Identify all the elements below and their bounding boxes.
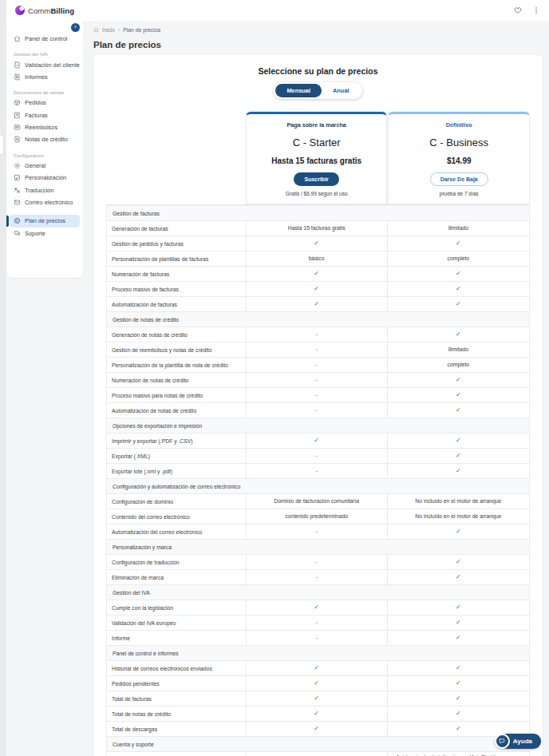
home-icon [14, 35, 21, 42]
home-icon [93, 27, 99, 33]
business-value: completo [388, 358, 529, 372]
table-row: Generación de notas de crédito-✓ [107, 327, 529, 342]
sidebar-item-correo-electrónico[interactable]: Correo electrónico [10, 196, 80, 208]
table-row: Automatización del correo electrónico-✓ [107, 524, 529, 539]
feature-label: Proceso masivo de facturas [107, 282, 247, 296]
subscribe-button[interactable]: Suscribir [294, 172, 338, 186]
check-icon: ✓ [456, 269, 461, 278]
favorite-heart-icon[interactable] [514, 6, 522, 14]
table-row: Total de notas de crédito✓✓ [107, 706, 529, 721]
sidebar-item-label: Plan de precios [25, 217, 65, 224]
feature-label: Historial de correos electrónicos enviad… [107, 661, 247, 675]
plan-cards-row: Paga sobre la marcha C - Starter Hasta 1… [106, 112, 530, 204]
table-row: Eliminación de marca-✓ [107, 569, 529, 584]
sidebar-item-pedidos[interactable]: Pedidos [10, 97, 80, 109]
page-title: Plan de precios [93, 40, 549, 49]
kebab-menu-icon[interactable] [532, 6, 540, 14]
starter-value: ✓ [247, 600, 388, 615]
sidebar-item-facturas[interactable]: Facturas [10, 109, 80, 121]
chat-bubble-icon [495, 734, 510, 749]
sidebar-item-plan-de-precios[interactable]: Plan de precios [10, 215, 80, 227]
table-section-header: Gestión del IVA [107, 584, 529, 600]
feature-label: Exportar lote (.xml y .pdf) [107, 464, 247, 478]
doc-check-icon [14, 61, 21, 69]
feature-label: Automatización de facturas [107, 297, 247, 311]
dash-value: - [316, 331, 318, 338]
business-value: ✓ [388, 388, 529, 402]
business-value: No incluido en el motor de arranque [388, 509, 529, 524]
sidebar-item-general[interactable]: General [10, 160, 80, 172]
customize-icon [14, 174, 21, 181]
starter-value: ✓ [247, 433, 388, 448]
table-row: Total de facturas✓✓ [107, 691, 529, 706]
sidebar-item-label: Correo electrónico [25, 199, 73, 206]
starter-value: Formulario de soporte [247, 752, 388, 756]
table-row: Validación del IVA europeo-✓ [107, 615, 529, 630]
sidebar-item-informes[interactable]: Informes [10, 71, 80, 83]
starter-value: - [247, 388, 388, 402]
starter-value: ✓ [247, 267, 388, 281]
business-value: ✓ [388, 327, 529, 342]
breadcrumb-current: Plan de precios [123, 27, 160, 33]
table-row: Contenido del correo electrónicocontenid… [107, 509, 529, 524]
toggle-mensual[interactable]: Mensual [275, 84, 322, 97]
sidebar-item-label: Traducción [25, 187, 53, 194]
check-icon: ✓ [456, 618, 461, 627]
business-value: ✓ [388, 676, 529, 691]
check-icon: ✓ [314, 679, 319, 687]
pricing-heading: Seleccione su plan de precios [106, 66, 530, 76]
business-value: ✓ [388, 403, 529, 418]
plan-card-starter: Paga sobre la marcha C - Starter Hasta 1… [246, 112, 388, 204]
table-row: Generación de facturasHasta 15 facturas … [107, 220, 529, 236]
business-value: No incluido en el motor de arranque [388, 494, 529, 509]
dash-value: - [316, 573, 318, 581]
sidebar-item-personalización[interactable]: Personalización [10, 172, 80, 184]
check-icon: ✓ [456, 527, 461, 536]
breadcrumb: Inicio › Plan de precios [83, 21, 549, 33]
translate-icon [14, 187, 21, 194]
table-row: Numeración de notas de crédito-✓ [107, 372, 529, 387]
sidebar-section-label: Configuración [14, 152, 76, 158]
business-value: ✓ [388, 282, 529, 296]
logo-icon [15, 6, 25, 15]
app-logo[interactable]: CommBilling [15, 6, 74, 15]
table-section-header: Cuenta y soporte [107, 736, 529, 751]
unsubscribe-button[interactable]: Darse De Baja [430, 172, 488, 186]
sidebar-section-label: Documentos de ventas [14, 89, 76, 95]
check-icon: ✓ [456, 633, 461, 642]
toggle-anual[interactable]: Anual [322, 84, 361, 97]
business-value: ✓ [388, 615, 529, 630]
sidebar-item-validación-del-cliente[interactable]: Validación del cliente [10, 58, 80, 70]
report-icon [14, 73, 21, 81]
help-button[interactable]: Ayuda [495, 734, 541, 749]
sidebar-item-traducción[interactable]: Traducción [10, 184, 80, 196]
feature-label: Configuración de dominio [107, 494, 247, 509]
business-value: ✓ [388, 555, 529, 569]
check-icon: ✓ [314, 436, 319, 445]
business-value: ✓ [388, 570, 529, 584]
breadcrumb-home[interactable]: Inicio [102, 27, 115, 33]
check-icon: ✓ [456, 466, 461, 475]
sidebar-item-reembolsos[interactable]: Reembolsos [10, 121, 80, 133]
sidebar-item-label: Panel de control [25, 35, 67, 42]
sidebar-item-label: Reembolsos [25, 124, 57, 131]
feature-label: Total de facturas [107, 691, 247, 706]
plan-subtitle: $14.99 [393, 156, 524, 165]
table-row: Automatización de notas de crédito-✓ [107, 402, 529, 418]
sidebar-item-panel-de-control[interactable]: Panel de control [10, 33, 80, 45]
check-icon: ✓ [456, 694, 461, 703]
feature-label: Pedidos pendientes [107, 676, 247, 691]
business-value: ✓ [388, 691, 529, 706]
plan-tag: Paga sobre la marcha [251, 121, 382, 129]
check-icon: ✓ [456, 390, 461, 399]
business-value: ✓ [388, 631, 529, 645]
sidebar-collapse-button[interactable]: ‹ [71, 23, 80, 32]
dash-value: - [316, 361, 318, 369]
side-panel-handle[interactable] [0, 134, 4, 155]
starter-value: ✓ [247, 661, 388, 675]
sidebar-item-notas-de-crédito[interactable]: Notas de crédito [10, 133, 80, 145]
check-icon: ✓ [314, 663, 319, 672]
sidebar-item-soporte[interactable]: Soporte [10, 228, 80, 239]
table-section-header: Personalización y marca [107, 539, 529, 554]
check-icon: ✓ [456, 375, 461, 384]
